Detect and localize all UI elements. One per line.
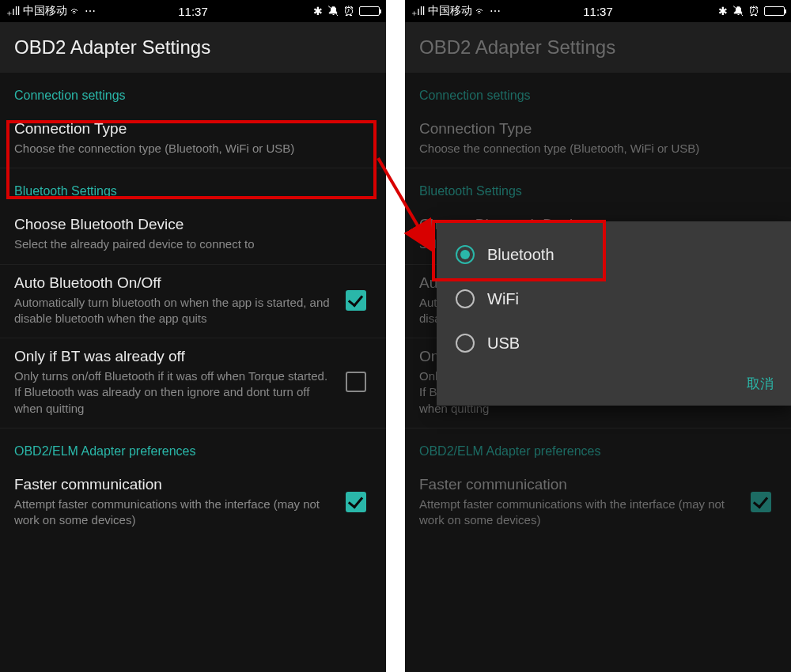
pref-subtitle: Select the already paired device to conn… [14, 236, 364, 252]
screenshot-left: ₊ıll 中国移动 ᯤ ⋯ 11:37 ✱ 🔕︎ ⏰︎ OBD2 Adapter… [0, 0, 386, 672]
radio-option-usb[interactable]: USB [437, 321, 791, 365]
battery-icon [359, 6, 380, 16]
app-bar-title: OBD2 Adapter Settings [405, 22, 791, 73]
radio-option-wifi[interactable]: WiFi [437, 277, 791, 321]
section-connection-header: Connection settings [0, 73, 386, 111]
carrier-label: 中国移动 [428, 4, 472, 18]
dialog-cancel-button[interactable]: 取消 [747, 375, 774, 393]
radio-icon [456, 289, 475, 308]
annotation-highlight-left [6, 120, 377, 199]
pref-title: Faster communication [14, 476, 332, 493]
pref-title: Choose Bluetooth Device [14, 216, 364, 233]
mute-icon: 🔕︎ [732, 5, 744, 17]
checkbox-faster-comm[interactable] [751, 492, 771, 512]
section-bluetooth-header: Bluetooth Settings [405, 168, 791, 206]
checkbox-faster-comm[interactable] [346, 492, 366, 512]
radio-icon [456, 334, 475, 353]
pref-title: Auto Bluetooth On/Off [14, 274, 332, 292]
wifi-icon: ᯤ [70, 5, 81, 17]
pref-subtitle: Automatically turn bluetooth on when the… [14, 295, 332, 327]
bluetooth-icon: ✱ [718, 5, 728, 17]
app-bar-title: OBD2 Adapter Settings [0, 22, 386, 73]
section-connection-header: Connection settings [405, 73, 791, 111]
signal-icon: ₊ıll [411, 5, 425, 17]
pref-subtitle: Only turns on/off Bluetooth if it was of… [14, 368, 332, 417]
status-bar: ₊ıll 中国移动 ᯤ ⋯ 11:37 ✱ 🔕︎ ⏰︎ [0, 0, 386, 22]
wifi-icon: ᯤ [475, 5, 486, 17]
section-obd-header: OBD2/ELM Adapter preferences [0, 428, 386, 466]
battery-icon [764, 6, 785, 16]
pref-faster-comm[interactable]: Faster communication Attempt faster comm… [0, 466, 386, 540]
pref-auto-bluetooth[interactable]: Auto Bluetooth On/Off Automatically turn… [0, 265, 386, 339]
clock: 11:37 [583, 5, 613, 18]
screenshot-right: ₊ıll 中国移动 ᯤ ⋯ 11:37 ✱ 🔕︎ ⏰︎ OBD2 Adapter… [405, 0, 791, 672]
more-icon: ⋯ [490, 5, 501, 17]
annotation-highlight-right [432, 220, 606, 281]
mute-icon: 🔕︎ [327, 5, 339, 17]
alarm-icon: ⏰︎ [343, 5, 354, 17]
radio-label: USB [487, 334, 520, 353]
pref-connection-type[interactable]: Connection Type Choose the connection ty… [405, 111, 791, 168]
section-obd-header: OBD2/ELM Adapter preferences [405, 428, 791, 466]
pref-subtitle: Choose the connection type (Bluetooth, W… [419, 141, 769, 157]
status-bar: ₊ıll 中国移动 ᯤ ⋯ 11:37 ✱ 🔕︎ ⏰︎ [405, 0, 791, 22]
pref-title: Connection Type [419, 120, 769, 138]
pref-title: Only if BT was already off [14, 348, 332, 365]
more-icon: ⋯ [85, 5, 96, 17]
pref-only-if-off[interactable]: Only if BT was already off Only turns on… [0, 338, 386, 428]
checkbox-auto-bt[interactable] [346, 290, 366, 311]
pref-choose-device[interactable]: Choose Bluetooth Device Select the alrea… [0, 206, 386, 264]
signal-icon: ₊ıll [6, 5, 20, 17]
carrier-label: 中国移动 [23, 4, 67, 18]
checkbox-only-if-off[interactable] [346, 372, 366, 392]
alarm-icon: ⏰︎ [748, 5, 759, 17]
pref-faster-comm[interactable]: Faster communication Attempt faster comm… [405, 466, 791, 540]
pref-subtitle: Attempt faster communications with the i… [419, 496, 737, 529]
clock: 11:37 [178, 5, 208, 18]
bluetooth-icon: ✱ [313, 5, 323, 17]
radio-label: WiFi [487, 290, 519, 308]
pref-subtitle: Attempt faster communications with the i… [14, 496, 332, 529]
pref-title: Faster communication [419, 476, 737, 493]
